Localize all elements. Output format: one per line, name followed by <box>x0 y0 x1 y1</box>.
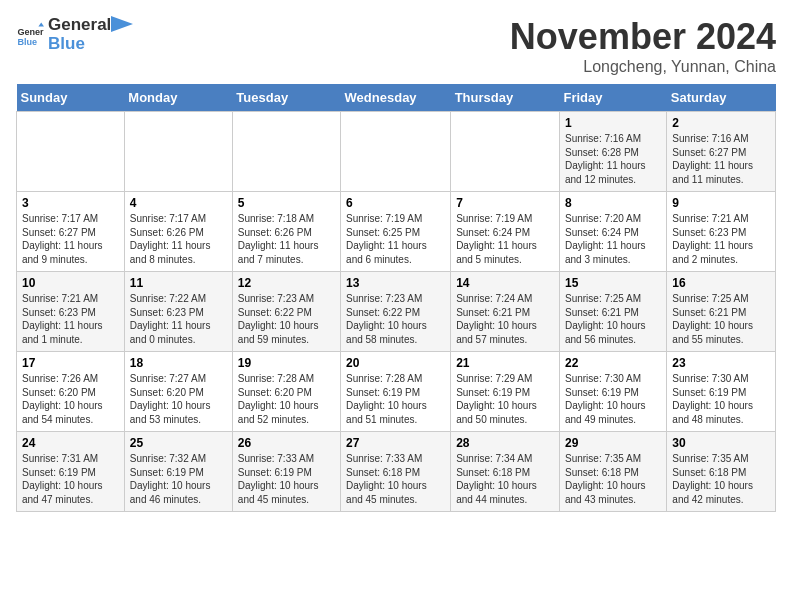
calendar-cell: 25Sunrise: 7:32 AM Sunset: 6:19 PM Dayli… <box>124 432 232 512</box>
day-info: Sunrise: 7:30 AM Sunset: 6:19 PM Dayligh… <box>565 372 661 426</box>
calendar-cell: 26Sunrise: 7:33 AM Sunset: 6:19 PM Dayli… <box>232 432 340 512</box>
day-info: Sunrise: 7:32 AM Sunset: 6:19 PM Dayligh… <box>130 452 227 506</box>
calendar-cell: 10Sunrise: 7:21 AM Sunset: 6:23 PM Dayli… <box>17 272 125 352</box>
calendar-week-row: 10Sunrise: 7:21 AM Sunset: 6:23 PM Dayli… <box>17 272 776 352</box>
svg-text:Blue: Blue <box>17 36 37 46</box>
title-section: November 2024 Longcheng, Yunnan, China <box>510 16 776 76</box>
day-number: 20 <box>346 356 445 370</box>
calendar-week-row: 17Sunrise: 7:26 AM Sunset: 6:20 PM Dayli… <box>17 352 776 432</box>
day-number: 23 <box>672 356 770 370</box>
day-number: 29 <box>565 436 661 450</box>
day-info: Sunrise: 7:31 AM Sunset: 6:19 PM Dayligh… <box>22 452 119 506</box>
day-number: 12 <box>238 276 335 290</box>
day-info: Sunrise: 7:22 AM Sunset: 6:23 PM Dayligh… <box>130 292 227 346</box>
calendar-cell: 1Sunrise: 7:16 AM Sunset: 6:28 PM Daylig… <box>559 112 666 192</box>
day-number: 27 <box>346 436 445 450</box>
day-info: Sunrise: 7:21 AM Sunset: 6:23 PM Dayligh… <box>22 292 119 346</box>
calendar-week-row: 3Sunrise: 7:17 AM Sunset: 6:27 PM Daylig… <box>17 192 776 272</box>
calendar-cell: 8Sunrise: 7:20 AM Sunset: 6:24 PM Daylig… <box>559 192 666 272</box>
day-number: 18 <box>130 356 227 370</box>
day-number: 8 <box>565 196 661 210</box>
calendar-cell <box>17 112 125 192</box>
day-info: Sunrise: 7:28 AM Sunset: 6:19 PM Dayligh… <box>346 372 445 426</box>
day-number: 6 <box>346 196 445 210</box>
calendar-cell: 13Sunrise: 7:23 AM Sunset: 6:22 PM Dayli… <box>341 272 451 352</box>
calendar-cell: 29Sunrise: 7:35 AM Sunset: 6:18 PM Dayli… <box>559 432 666 512</box>
calendar-cell: 4Sunrise: 7:17 AM Sunset: 6:26 PM Daylig… <box>124 192 232 272</box>
day-info: Sunrise: 7:21 AM Sunset: 6:23 PM Dayligh… <box>672 212 770 266</box>
day-info: Sunrise: 7:27 AM Sunset: 6:20 PM Dayligh… <box>130 372 227 426</box>
weekday-header-friday: Friday <box>559 84 666 112</box>
calendar-table: SundayMondayTuesdayWednesdayThursdayFrid… <box>16 84 776 512</box>
logo-icon: General Blue <box>16 21 44 49</box>
logo-general-text: General <box>48 16 111 35</box>
day-number: 5 <box>238 196 335 210</box>
weekday-header-tuesday: Tuesday <box>232 84 340 112</box>
svg-marker-3 <box>111 16 133 32</box>
day-number: 26 <box>238 436 335 450</box>
calendar-cell: 21Sunrise: 7:29 AM Sunset: 6:19 PM Dayli… <box>451 352 560 432</box>
day-info: Sunrise: 7:20 AM Sunset: 6:24 PM Dayligh… <box>565 212 661 266</box>
logo: General Blue General Blue <box>16 16 133 53</box>
day-number: 15 <box>565 276 661 290</box>
calendar-cell: 3Sunrise: 7:17 AM Sunset: 6:27 PM Daylig… <box>17 192 125 272</box>
calendar-week-row: 1Sunrise: 7:16 AM Sunset: 6:28 PM Daylig… <box>17 112 776 192</box>
calendar-cell <box>341 112 451 192</box>
calendar-cell: 14Sunrise: 7:24 AM Sunset: 6:21 PM Dayli… <box>451 272 560 352</box>
svg-marker-2 <box>38 22 44 26</box>
calendar-header-row: SundayMondayTuesdayWednesdayThursdayFrid… <box>17 84 776 112</box>
day-number: 1 <box>565 116 661 130</box>
day-info: Sunrise: 7:19 AM Sunset: 6:24 PM Dayligh… <box>456 212 554 266</box>
calendar-cell: 24Sunrise: 7:31 AM Sunset: 6:19 PM Dayli… <box>17 432 125 512</box>
day-number: 9 <box>672 196 770 210</box>
calendar-cell: 2Sunrise: 7:16 AM Sunset: 6:27 PM Daylig… <box>667 112 776 192</box>
day-info: Sunrise: 7:24 AM Sunset: 6:21 PM Dayligh… <box>456 292 554 346</box>
day-number: 2 <box>672 116 770 130</box>
calendar-cell: 30Sunrise: 7:35 AM Sunset: 6:18 PM Dayli… <box>667 432 776 512</box>
day-info: Sunrise: 7:33 AM Sunset: 6:19 PM Dayligh… <box>238 452 335 506</box>
month-title: November 2024 <box>510 16 776 58</box>
calendar-cell: 6Sunrise: 7:19 AM Sunset: 6:25 PM Daylig… <box>341 192 451 272</box>
day-number: 21 <box>456 356 554 370</box>
day-number: 13 <box>346 276 445 290</box>
day-number: 11 <box>130 276 227 290</box>
location: Longcheng, Yunnan, China <box>510 58 776 76</box>
page-header: General Blue General Blue November 2024 … <box>16 16 776 76</box>
day-info: Sunrise: 7:26 AM Sunset: 6:20 PM Dayligh… <box>22 372 119 426</box>
day-info: Sunrise: 7:35 AM Sunset: 6:18 PM Dayligh… <box>565 452 661 506</box>
day-number: 17 <box>22 356 119 370</box>
calendar-cell: 15Sunrise: 7:25 AM Sunset: 6:21 PM Dayli… <box>559 272 666 352</box>
day-info: Sunrise: 7:23 AM Sunset: 6:22 PM Dayligh… <box>238 292 335 346</box>
weekday-header-sunday: Sunday <box>17 84 125 112</box>
day-info: Sunrise: 7:28 AM Sunset: 6:20 PM Dayligh… <box>238 372 335 426</box>
day-info: Sunrise: 7:35 AM Sunset: 6:18 PM Dayligh… <box>672 452 770 506</box>
day-number: 14 <box>456 276 554 290</box>
calendar-cell: 16Sunrise: 7:25 AM Sunset: 6:21 PM Dayli… <box>667 272 776 352</box>
day-info: Sunrise: 7:17 AM Sunset: 6:26 PM Dayligh… <box>130 212 227 266</box>
day-info: Sunrise: 7:29 AM Sunset: 6:19 PM Dayligh… <box>456 372 554 426</box>
day-number: 22 <box>565 356 661 370</box>
day-number: 25 <box>130 436 227 450</box>
calendar-cell <box>124 112 232 192</box>
weekday-header-wednesday: Wednesday <box>341 84 451 112</box>
calendar-cell: 7Sunrise: 7:19 AM Sunset: 6:24 PM Daylig… <box>451 192 560 272</box>
day-info: Sunrise: 7:16 AM Sunset: 6:27 PM Dayligh… <box>672 132 770 186</box>
day-info: Sunrise: 7:25 AM Sunset: 6:21 PM Dayligh… <box>672 292 770 346</box>
calendar-cell: 17Sunrise: 7:26 AM Sunset: 6:20 PM Dayli… <box>17 352 125 432</box>
calendar-cell: 27Sunrise: 7:33 AM Sunset: 6:18 PM Dayli… <box>341 432 451 512</box>
calendar-cell: 23Sunrise: 7:30 AM Sunset: 6:19 PM Dayli… <box>667 352 776 432</box>
day-info: Sunrise: 7:16 AM Sunset: 6:28 PM Dayligh… <box>565 132 661 186</box>
day-number: 24 <box>22 436 119 450</box>
calendar-week-row: 24Sunrise: 7:31 AM Sunset: 6:19 PM Dayli… <box>17 432 776 512</box>
day-info: Sunrise: 7:17 AM Sunset: 6:27 PM Dayligh… <box>22 212 119 266</box>
weekday-header-monday: Monday <box>124 84 232 112</box>
calendar-cell: 22Sunrise: 7:30 AM Sunset: 6:19 PM Dayli… <box>559 352 666 432</box>
day-number: 3 <box>22 196 119 210</box>
day-info: Sunrise: 7:25 AM Sunset: 6:21 PM Dayligh… <box>565 292 661 346</box>
day-info: Sunrise: 7:33 AM Sunset: 6:18 PM Dayligh… <box>346 452 445 506</box>
svg-text:General: General <box>17 27 44 37</box>
day-number: 7 <box>456 196 554 210</box>
day-info: Sunrise: 7:34 AM Sunset: 6:18 PM Dayligh… <box>456 452 554 506</box>
calendar-cell: 19Sunrise: 7:28 AM Sunset: 6:20 PM Dayli… <box>232 352 340 432</box>
day-number: 4 <box>130 196 227 210</box>
